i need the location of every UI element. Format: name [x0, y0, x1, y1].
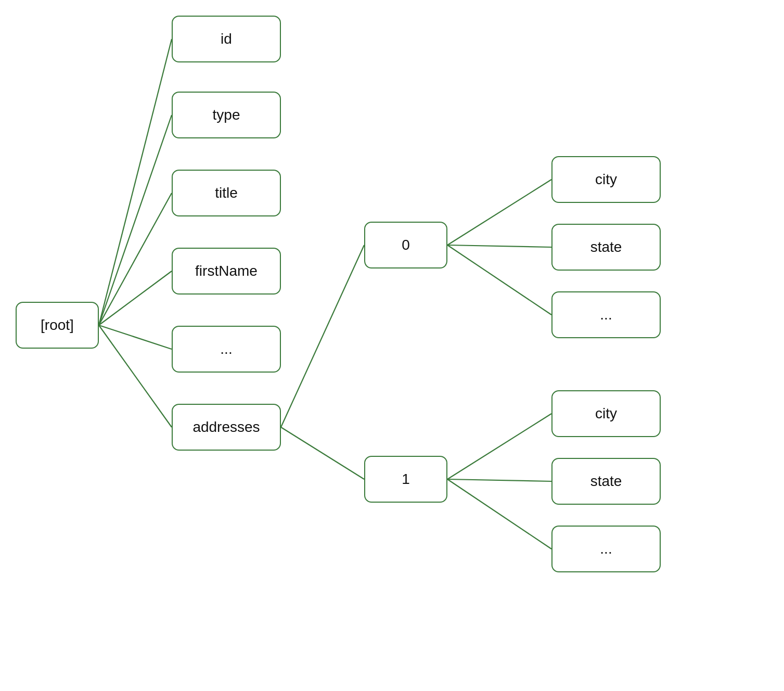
node-idx1: 1	[364, 456, 447, 503]
svg-line-4	[99, 325, 172, 349]
svg-line-12	[447, 479, 551, 481]
node-label-city1: city	[595, 405, 617, 422]
node-state1: state	[551, 458, 661, 505]
node-root: [root]	[16, 302, 99, 349]
node-label-state0: state	[590, 239, 622, 255]
node-idx0: 0	[364, 222, 447, 268]
node-label-idx1: 1	[402, 471, 410, 488]
svg-line-11	[447, 414, 551, 479]
diagram-container: [root]idtypetitlefirstName...addresses01…	[0, 0, 784, 691]
node-ellipsis2: ...	[551, 291, 661, 338]
node-type: type	[172, 92, 281, 138]
svg-line-13	[447, 479, 551, 549]
node-city0: city	[551, 156, 661, 203]
node-id: id	[172, 16, 281, 62]
svg-line-5	[99, 325, 172, 427]
node-label-firstName: firstName	[195, 263, 258, 279]
node-ellipsis1: ...	[172, 326, 281, 373]
node-addresses: addresses	[172, 404, 281, 451]
node-label-title: title	[215, 185, 238, 201]
node-label-root: [root]	[41, 317, 74, 334]
svg-line-0	[99, 39, 172, 325]
node-firstName: firstName	[172, 248, 281, 295]
node-label-city0: city	[595, 171, 617, 188]
svg-line-9	[447, 245, 551, 247]
node-label-id: id	[221, 31, 232, 47]
svg-line-8	[447, 180, 551, 245]
svg-line-3	[99, 271, 172, 325]
node-label-type: type	[213, 107, 240, 123]
node-label-ellipsis2: ...	[600, 306, 612, 323]
node-state0: state	[551, 224, 661, 271]
node-title: title	[172, 170, 281, 216]
node-label-ellipsis3: ...	[600, 541, 612, 557]
svg-line-7	[281, 427, 364, 479]
svg-line-1	[99, 115, 172, 325]
svg-line-2	[99, 193, 172, 325]
node-city1: city	[551, 390, 661, 437]
node-label-ellipsis1: ...	[220, 341, 232, 357]
node-label-state1: state	[590, 473, 622, 490]
connections-svg	[0, 0, 784, 691]
node-ellipsis3: ...	[551, 526, 661, 572]
svg-line-10	[447, 245, 551, 315]
node-label-idx0: 0	[402, 237, 410, 253]
node-label-addresses: addresses	[192, 419, 260, 436]
svg-line-6	[281, 245, 364, 427]
